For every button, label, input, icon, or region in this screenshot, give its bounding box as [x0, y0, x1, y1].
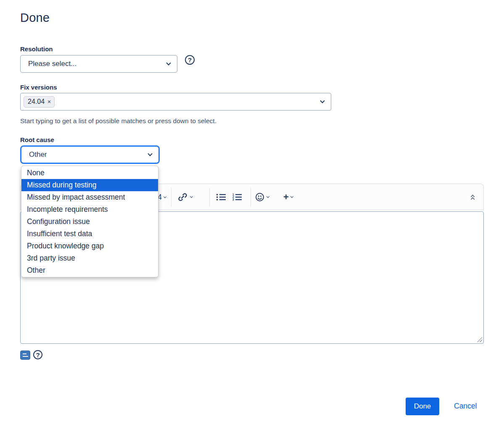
fix-versions-helper: Start typing to get a list of possible m…	[20, 117, 216, 125]
resolution-help-icon[interactable]: ?	[185, 55, 195, 65]
root-cause-option[interactable]: Insufficient test data	[21, 228, 158, 240]
emoji-icon	[255, 192, 265, 202]
insert-more-button[interactable]: +	[283, 192, 293, 202]
emoji-button[interactable]	[255, 192, 269, 202]
root-cause-select[interactable]: Other	[20, 145, 160, 164]
chevron-down-icon	[148, 151, 152, 156]
numbered-list-button[interactable]: 123	[232, 193, 242, 201]
cancel-link[interactable]: Cancel	[454, 402, 477, 411]
root-cause-option[interactable]: Missed by impact assessment	[21, 191, 158, 203]
chevron-down-icon	[290, 195, 293, 198]
root-cause-option[interactable]: Incomplete requirements	[21, 203, 158, 216]
resolution-select[interactable]: Please select...	[20, 55, 177, 73]
chevron-down-icon	[267, 195, 269, 198]
question-mark-glyph: ?	[36, 351, 40, 358]
root-cause-options: None Missed during testing Missed by imp…	[21, 166, 158, 277]
root-cause-option[interactable]: None	[21, 167, 158, 179]
toolbar-divider	[171, 188, 172, 207]
resolution-label: Resolution	[20, 45, 53, 53]
chevron-down-icon	[166, 61, 171, 65]
root-cause-option[interactable]: Missed during testing	[21, 179, 158, 191]
done-button[interactable]: Done	[406, 398, 439, 415]
link-button[interactable]	[177, 192, 193, 202]
root-cause-label: Root cause	[20, 136, 54, 143]
fix-versions-input[interactable]: 24.04 ×	[20, 93, 331, 111]
bullet-list-icon	[216, 193, 226, 201]
fix-versions-label: Fix versions	[20, 84, 57, 91]
root-cause-option[interactable]: Configuration issue	[21, 216, 158, 228]
toolbar-divider	[251, 188, 251, 207]
wiki-markup-toggle-button[interactable]	[20, 351, 30, 360]
remove-chip-icon[interactable]: ×	[47, 98, 51, 105]
collapse-toolbar-button[interactable]	[471, 193, 474, 200]
fix-version-chip: 24.04 ×	[24, 96, 55, 108]
root-cause-option[interactable]: Product knowledge gap	[21, 240, 158, 252]
root-cause-option[interactable]: 3rd party issue	[21, 252, 158, 264]
chip-label: 24.04	[28, 98, 45, 105]
transition-dialog: Done Resolution Please select... ? Fix v…	[0, 0, 504, 427]
root-cause-option[interactable]: Other	[21, 264, 158, 277]
chevron-down-icon	[164, 195, 166, 198]
resize-handle[interactable]	[477, 337, 482, 342]
page-title: Done	[20, 11, 50, 25]
resolution-value: Please select...	[28, 60, 167, 68]
chevron-down-icon	[190, 195, 193, 198]
svg-text:3: 3	[232, 198, 234, 201]
editor-help-icon[interactable]: ?	[33, 350, 42, 359]
bullet-list-button[interactable]	[216, 193, 226, 201]
numbered-list-icon: 123	[232, 193, 242, 201]
question-mark-glyph: ?	[188, 56, 192, 63]
text-style-button[interactable]: 4	[158, 192, 166, 201]
plus-icon: +	[283, 192, 289, 202]
toolbar-divider	[209, 188, 210, 207]
chevron-down-icon[interactable]	[320, 98, 325, 103]
link-icon	[177, 192, 188, 202]
root-cause-value: Other	[29, 150, 148, 159]
